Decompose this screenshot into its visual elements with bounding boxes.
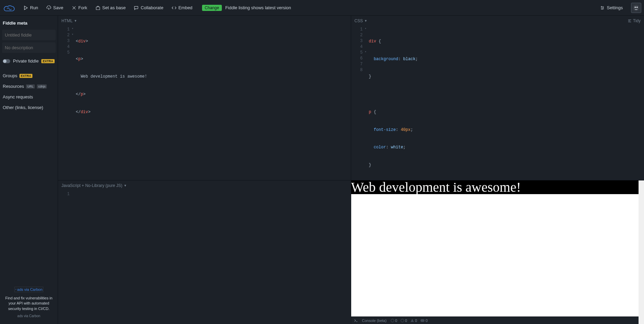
private-label: Private fiddle bbox=[13, 58, 39, 64]
cdnjs-badge: cdnjs bbox=[37, 84, 47, 89]
url-badge: URL bbox=[26, 84, 35, 89]
code-icon bbox=[172, 5, 176, 10]
svg-rect-0 bbox=[134, 6, 138, 9]
sidebar-item-groups[interactable]: Groups EXTRA bbox=[2, 70, 56, 81]
css-fold: ▾▾ bbox=[365, 26, 369, 180]
status-error: 0 bbox=[420, 319, 428, 323]
css-pane-label[interactable]: CSS ▼ bbox=[355, 18, 368, 23]
extra-badge: EXTRA bbox=[19, 74, 33, 78]
status-log: 0 bbox=[401, 319, 407, 323]
svg-point-2 bbox=[634, 6, 636, 8]
avatar[interactable] bbox=[631, 3, 641, 13]
embed-label: Embed bbox=[178, 5, 192, 10]
js-editor[interactable]: 1 bbox=[58, 191, 351, 324]
embed-button[interactable]: Embed bbox=[168, 3, 196, 12]
ad-image-link[interactable]: ads via Carbon bbox=[14, 287, 44, 292]
console-status: 0 0 0 0 bbox=[391, 319, 428, 323]
groups-label: Groups bbox=[3, 73, 17, 78]
status-info: 0 bbox=[391, 319, 397, 323]
js-gutter: 1 bbox=[58, 191, 72, 324]
svg-point-3 bbox=[636, 6, 638, 8]
preview-text: Web development is awesome! bbox=[351, 180, 639, 194]
change-badge[interactable]: Change bbox=[202, 5, 222, 11]
ad-text[interactable]: Find and fix vulnerabilities in your API… bbox=[3, 296, 54, 311]
tidy-button[interactable]: Tidy bbox=[628, 18, 641, 23]
css-pane: CSS ▼ Tidy 12345678 ▾▾ div { background: bbox=[351, 16, 644, 180]
fiddle-desc-input[interactable] bbox=[2, 42, 56, 53]
fiddle-title-input[interactable] bbox=[2, 30, 56, 40]
html-fold: ▾▾ bbox=[72, 26, 76, 180]
html-gutter: 12345 bbox=[58, 26, 72, 180]
settings-button[interactable]: Settings bbox=[597, 3, 626, 12]
tidy-icon bbox=[628, 19, 632, 23]
topbar: Run Save Fork Set as base Collaborate Em… bbox=[0, 0, 644, 16]
extra-badge: EXTRA bbox=[41, 59, 55, 63]
status-warn: 0 bbox=[411, 319, 417, 323]
set-as-base-button[interactable]: Set as base bbox=[92, 3, 129, 12]
run-label: Run bbox=[30, 5, 38, 10]
sidebar-item-other[interactable]: Other (links, license) bbox=[2, 102, 56, 113]
css-code-body[interactable]: div { background: black; } p { font-size… bbox=[369, 26, 418, 180]
chevron-down-icon: ▼ bbox=[364, 19, 367, 23]
sidebar-item-resources[interactable]: Resources URL cdnjs bbox=[2, 81, 56, 92]
chevron-down-icon: ▼ bbox=[74, 19, 77, 23]
fork-label: Fork bbox=[78, 5, 87, 10]
resources-label: Resources bbox=[3, 84, 24, 89]
async-label: Async requests bbox=[3, 94, 33, 99]
main: Fiddle meta Private fiddle EXTRA Groups … bbox=[0, 16, 644, 324]
html-pane: HTML ▼ 12345 ▾▾ <div> <p> Web developmen… bbox=[58, 16, 351, 180]
preview-div: Web development is awesome! bbox=[351, 180, 639, 194]
fiddle-meta-title: Fiddle meta bbox=[2, 18, 56, 28]
sidebar-item-async[interactable]: Async requests bbox=[2, 92, 56, 102]
html-pane-label[interactable]: HTML ▼ bbox=[61, 18, 77, 23]
fork-button[interactable]: Fork bbox=[68, 3, 91, 12]
play-icon bbox=[23, 5, 28, 10]
chat-icon bbox=[134, 5, 139, 10]
result-body: Web development is awesome! bbox=[351, 180, 639, 316]
console-label[interactable]: Console (beta) bbox=[362, 319, 387, 323]
private-fiddle-row: Private fiddle EXTRA bbox=[2, 58, 56, 64]
run-button[interactable]: Run bbox=[20, 3, 42, 12]
ad-footer[interactable]: ads via Carbon bbox=[3, 314, 54, 318]
console-footer: Console (beta) 0 0 0 0 bbox=[351, 316, 644, 324]
editors-grid: HTML ▼ 12345 ▾▾ <div> <p> Web developmen… bbox=[58, 16, 644, 324]
collaborate-button[interactable]: Collaborate bbox=[130, 3, 167, 12]
settings-label: Settings bbox=[607, 5, 623, 10]
css-gutter: 12345678 bbox=[351, 26, 365, 180]
sliders-icon bbox=[600, 5, 605, 10]
other-label: Other (links, license) bbox=[3, 105, 43, 110]
chevron-down-icon: ▼ bbox=[124, 184, 127, 187]
private-toggle[interactable] bbox=[3, 59, 10, 63]
fork-icon bbox=[72, 5, 76, 10]
set-as-base-label: Set as base bbox=[102, 5, 126, 10]
cloud-down-icon bbox=[46, 5, 51, 10]
tag-icon bbox=[96, 5, 100, 10]
sidebar-ad: ads via Carbon Find and fix vulnerabilit… bbox=[2, 283, 56, 321]
terminal-icon bbox=[354, 319, 358, 323]
js-pane: JavaScript + No-Library (pure JS) ▼ 1 bbox=[58, 180, 351, 324]
save-label: Save bbox=[53, 5, 63, 10]
html-code-body[interactable]: <div> <p> Web development is awesome! </… bbox=[76, 26, 147, 180]
collaborate-label: Collaborate bbox=[141, 5, 163, 10]
html-editor[interactable]: 12345 ▾▾ <div> <p> Web development is aw… bbox=[58, 26, 351, 180]
jsfiddle-logo[interactable] bbox=[3, 3, 16, 13]
svg-point-1 bbox=[633, 4, 639, 11]
css-editor[interactable]: 12345678 ▾▾ div { background: black; } p… bbox=[351, 26, 644, 180]
js-pane-label[interactable]: JavaScript + No-Library (pure JS) ▼ bbox=[61, 183, 127, 188]
save-button[interactable]: Save bbox=[43, 3, 67, 12]
listing-text: Fiddle listing shows latest version bbox=[225, 5, 291, 10]
result-scrollbar[interactable] bbox=[639, 180, 644, 324]
sidebar: Fiddle meta Private fiddle EXTRA Groups … bbox=[0, 16, 58, 324]
result-pane: Web development is awesome! Console (bet… bbox=[351, 180, 644, 324]
